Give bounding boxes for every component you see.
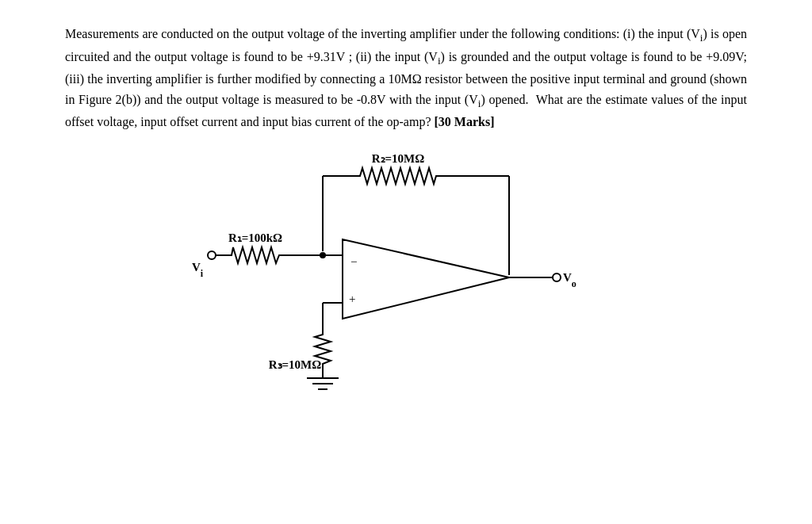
vi-label: Vi xyxy=(192,261,204,279)
circuit-svg: .circuit-line { stroke: #000; stroke-wid… xyxy=(184,148,628,394)
page: Measurements are conducted on the output… xyxy=(49,0,763,418)
problem-text: Measurements are conducted on the output… xyxy=(65,24,747,132)
r2-label: R₂=10MΩ xyxy=(372,152,425,165)
minus-label: − xyxy=(350,255,357,268)
junction-dot xyxy=(320,252,326,258)
r1-label: R₁=100kΩ xyxy=(228,231,282,244)
vo-terminal xyxy=(553,273,561,281)
vo-label: Vo xyxy=(563,271,576,289)
circuit-diagram: .circuit-line { stroke: #000; stroke-wid… xyxy=(65,148,747,402)
r3-label: R₃=10MΩ xyxy=(269,358,322,371)
vi-terminal xyxy=(208,251,216,259)
opamp-body xyxy=(343,239,509,319)
plus-label: + xyxy=(349,293,355,305)
marks-label: [30 Marks] xyxy=(435,115,495,128)
